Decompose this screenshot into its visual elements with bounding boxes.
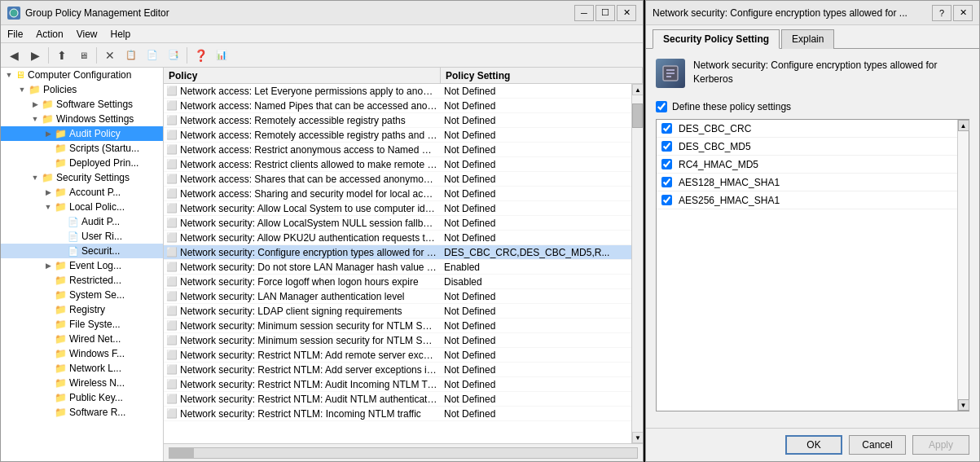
expander-wired-net[interactable] — [42, 332, 55, 345]
back-button[interactable]: ◀ — [4, 46, 24, 65]
enc-checkbox-1[interactable] — [661, 141, 672, 152]
expander-account-p[interactable]: ▶ — [42, 186, 55, 199]
enc-item-1[interactable]: DES_CBC_MD5 — [657, 138, 957, 156]
menu-view[interactable]: View — [70, 25, 104, 42]
sidebar-item-securit[interactable]: 📄 Securit... — [1, 244, 163, 258]
policy-row[interactable]: ⬜ Network security: Restrict NTLM: Add s… — [164, 363, 631, 377]
policy-row[interactable]: ⬜ Network security: Allow LocalSystem NU… — [164, 216, 631, 231]
sidebar-item-local-polic[interactable]: ▼ 📁 Local Polic... — [1, 200, 163, 214]
filter-button[interactable]: 📊 — [212, 46, 231, 65]
expander-deployed-printers[interactable] — [42, 156, 55, 169]
sidebar-item-user-ri[interactable]: 📄 User Ri... — [1, 229, 163, 244]
enc-item-3[interactable]: AES128_HMAC_SHA1 — [657, 174, 957, 191]
enc-item-0[interactable]: DES_CBC_CRC — [657, 120, 957, 138]
h-scrollbar[interactable] — [169, 447, 638, 459]
policy-row[interactable]: ⬜ Network security: Restrict NTLM: Audit… — [164, 392, 631, 407]
ok-button[interactable]: OK — [785, 435, 842, 455]
enc-checkbox-0[interactable] — [661, 123, 672, 134]
sidebar-item-scripts[interactable]: 📁 Scripts (Startu... — [1, 141, 163, 156]
scroll-thumb[interactable] — [632, 103, 643, 128]
close-button[interactable]: ✕ — [617, 5, 636, 21]
new-button[interactable]: 📄 — [143, 46, 162, 65]
policy-row[interactable]: ⬜ Network security: Allow PKU2U authenti… — [164, 231, 631, 245]
menu-action[interactable]: Action — [29, 25, 69, 42]
dialog-help-icon[interactable]: ? — [932, 5, 951, 21]
policy-row[interactable]: ⬜ Network security: LDAP client signing … — [164, 304, 631, 319]
sidebar-item-wireless-n[interactable]: 📁 Wireless N... — [1, 376, 163, 390]
expander-network-l[interactable] — [42, 362, 55, 375]
scroll-up-arrow[interactable]: ▲ — [632, 84, 643, 95]
expander-scripts[interactable] — [42, 142, 55, 155]
expander-windows-f[interactable] — [42, 347, 55, 360]
sidebar-item-windows-f[interactable]: 📁 Windows F... — [1, 346, 163, 361]
maximize-button[interactable]: ☐ — [595, 5, 615, 21]
expander-software-settings[interactable]: ▶ — [29, 98, 42, 111]
expander-system-se[interactable] — [42, 288, 55, 301]
policy-row[interactable]: ⬜ Network access: Restrict clients allow… — [164, 157, 631, 172]
sidebar-item-network-l[interactable]: 📁 Network L... — [1, 361, 163, 376]
expander-wireless-n[interactable] — [42, 376, 55, 389]
policy-row[interactable]: ⬜ Network access: Shares that can be acc… — [164, 172, 631, 187]
policy-row[interactable]: ⬜ Network access: Remotely accessible re… — [164, 128, 631, 143]
sidebar-item-security-settings[interactable]: ▼ 📁 Security Settings — [1, 170, 163, 185]
policy-row[interactable]: ⬜ Network security: Do not store LAN Man… — [164, 260, 631, 275]
policy-row[interactable]: ⬜ Network security: Minimum session secu… — [164, 333, 631, 348]
expander-windows-settings[interactable]: ▼ — [29, 112, 42, 125]
policy-row[interactable]: ⬜ Network security: Allow Local System t… — [164, 201, 631, 216]
expander-security-settings[interactable]: ▼ — [29, 171, 42, 184]
policy-row[interactable]: ⬜ Network access: Remotely accessible re… — [164, 113, 631, 128]
policy-row-highlighted[interactable]: ⬜ Network security: Configure encryption… — [164, 245, 631, 260]
expander-securit[interactable] — [55, 244, 68, 257]
expander-audit-policy[interactable]: ▶ — [42, 127, 55, 140]
policy-row[interactable]: ⬜ Network security: Force logoff when lo… — [164, 275, 631, 289]
policy-row[interactable]: ⬜ Network access: Sharing and security m… — [164, 187, 631, 201]
enc-scrollbar[interactable]: ▲ ▼ — [957, 120, 969, 411]
expander-software-r[interactable] — [42, 406, 55, 419]
col-header-policy[interactable]: Policy — [164, 68, 441, 83]
enc-item-2[interactable]: RC4_HMAC_MD5 — [657, 156, 957, 174]
sidebar-item-audit-p[interactable]: 📄 Audit P... — [1, 214, 163, 229]
enc-checkbox-4[interactable] — [661, 195, 672, 205]
minimize-button[interactable]: ─ — [574, 5, 594, 21]
policy-row[interactable]: ⬜ Network security: Restrict NTLM: Add r… — [164, 348, 631, 363]
policy-row[interactable]: ⬜ Network access: Let Everyone permissio… — [164, 84, 631, 99]
enc-item-4[interactable]: AES256_HMAC_SHA1 — [657, 191, 957, 209]
tab-explain[interactable]: Explain — [781, 29, 834, 49]
expander-event-log[interactable]: ▶ — [42, 259, 55, 272]
col-header-setting[interactable]: Policy Setting — [441, 68, 643, 83]
sidebar-item-software-settings[interactable]: ▶ 📁 Software Settings — [1, 97, 163, 112]
cancel-button[interactable]: Cancel — [849, 435, 906, 455]
show-hide-button[interactable]: 🖥 — [73, 46, 93, 65]
expander-public-key[interactable] — [42, 391, 55, 404]
expander-file-system[interactable] — [42, 318, 55, 331]
expander-user-ri[interactable] — [55, 230, 68, 243]
delete-button[interactable]: ✕ — [100, 46, 120, 65]
sidebar-item-system-se[interactable]: 📁 System Se... — [1, 288, 163, 302]
sidebar-item-policies[interactable]: ▼ 📁 Policies — [1, 82, 163, 97]
scroll-down-arrow[interactable]: ▼ — [632, 432, 643, 443]
main-scrollbar[interactable]: ▲ ▼ — [631, 84, 643, 443]
sidebar-item-wired-net[interactable]: 📁 Wired Net... — [1, 332, 163, 346]
enc-checkbox-2[interactable] — [661, 159, 672, 169]
menu-help[interactable]: Help — [104, 25, 138, 42]
h-scroll-thumb[interactable] — [169, 448, 194, 458]
sidebar-item-computer-config[interactable]: ▼ 🖥 Computer Configuration — [1, 68, 163, 82]
sidebar-item-audit-policy[interactable]: ▶ 📁 Audit Policy — [1, 126, 163, 141]
sidebar-item-account-p[interactable]: ▶ 📁 Account P... — [1, 185, 163, 200]
policy-row[interactable]: ⬜ Network security: LAN Manager authenti… — [164, 289, 631, 304]
sidebar-item-software-r[interactable]: 📁 Software R... — [1, 405, 163, 420]
sidebar-item-restricted[interactable]: 📁 Restricted... — [1, 273, 163, 288]
enc-checkbox-3[interactable] — [661, 177, 672, 187]
expander-local-polic[interactable]: ▼ — [42, 200, 55, 213]
sidebar-item-windows-settings[interactable]: ▼ 📁 Windows Settings — [1, 112, 163, 126]
tab-security-policy[interactable]: Security Policy Setting — [653, 29, 780, 49]
export-button[interactable]: 📑 — [164, 46, 183, 65]
expander-policies[interactable]: ▼ — [15, 83, 29, 96]
define-policy-checkbox[interactable] — [656, 101, 667, 112]
properties-button[interactable]: 📋 — [121, 46, 141, 65]
up-button[interactable]: ⬆ — [52, 46, 72, 65]
expander-computer-config[interactable]: ▼ — [2, 68, 15, 81]
sidebar-item-registry[interactable]: 📁 Registry — [1, 302, 163, 317]
forward-button[interactable]: ▶ — [25, 46, 45, 65]
apply-button[interactable]: Apply — [912, 435, 969, 455]
